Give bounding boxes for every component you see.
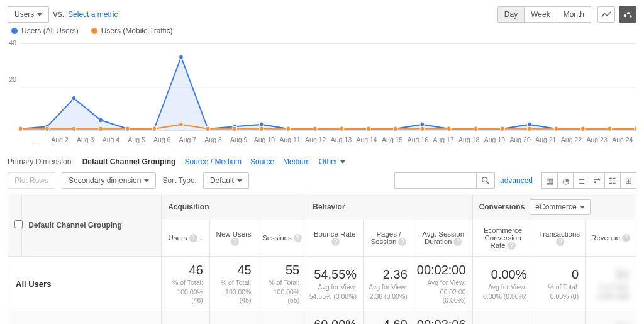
cell-new_users: 45% of Total:100.00% (45) <box>209 257 258 311</box>
col-revenue[interactable]: Revenue? <box>586 220 636 257</box>
conversions-selector[interactable]: eCommerce <box>530 199 590 215</box>
period-toggle: Day Week Month <box>497 6 591 23</box>
svg-point-47 <box>474 126 478 131</box>
select-metric-link[interactable]: Select a metric <box>68 10 118 19</box>
chart-svg <box>8 36 636 134</box>
view-cloud-icon[interactable]: ☷ <box>604 172 621 189</box>
help-icon[interactable]: ? <box>189 234 197 242</box>
svg-point-2 <box>630 15 632 18</box>
period-day[interactable]: Day <box>497 6 525 23</box>
chevron-down-icon <box>144 179 149 182</box>
help-icon[interactable]: ? <box>622 234 630 242</box>
col-ecr[interactable]: Ecommerce Conversion Rate? <box>472 220 533 257</box>
select-all-checkbox[interactable] <box>14 220 23 228</box>
svg-point-49 <box>527 126 531 131</box>
dimension-column-header[interactable]: Default Channel Grouping <box>22 194 162 257</box>
help-icon[interactable]: ? <box>231 238 239 246</box>
cell-sessions: 55% of Total:100.00% (55) <box>258 257 306 311</box>
view-bars-icon[interactable]: ≣ <box>573 172 589 189</box>
cell-pps: 2.36Avg for View:2.36 (0.00%) <box>364 257 414 311</box>
chevron-down-icon <box>580 206 585 209</box>
plot-rows-button: Plot Rows <box>8 172 55 189</box>
svg-point-53 <box>635 126 636 131</box>
help-icon[interactable]: ? <box>453 238 462 246</box>
help-icon[interactable]: ? <box>398 238 406 246</box>
dimension-link-medium[interactable]: Medium <box>283 157 310 166</box>
svg-line-55 <box>487 182 489 184</box>
svg-point-42 <box>340 126 344 131</box>
period-week[interactable]: Week <box>524 6 557 23</box>
view-pivot-icon[interactable]: ⊞ <box>620 172 636 189</box>
view-mode-group: ▦ ◔ ≣ ⇄ ☷ ⊞ <box>541 172 636 189</box>
row-name: All Users <box>8 257 162 311</box>
table-row: Mobile Traffic4% of Total:8.70% (46)4% o… <box>8 311 636 324</box>
view-comparison-icon[interactable]: ⇄ <box>589 172 605 189</box>
conversions-selector-label: eCommerce <box>535 203 576 211</box>
cell-users: 4% of Total:8.70% (46) <box>162 311 210 324</box>
period-month[interactable]: Month <box>557 6 591 23</box>
secondary-dimension-label: Secondary dimension <box>69 176 141 185</box>
x-tick: Aug 12 <box>303 136 328 143</box>
group-behavior: Behavior <box>306 194 472 220</box>
svg-point-39 <box>259 126 264 131</box>
metric-selector[interactable]: Users <box>8 6 49 23</box>
x-tick: Aug 16 <box>405 136 431 143</box>
group-conversions: Conversions eCommerce <box>472 194 636 220</box>
svg-point-41 <box>313 126 318 131</box>
y-tick-40: 40 <box>9 39 16 47</box>
x-tick: … <box>21 136 47 143</box>
x-tick: Aug 23 <box>584 136 610 143</box>
secondary-dimension-selector[interactable]: Secondary dimension <box>62 172 156 189</box>
help-icon[interactable]: ? <box>508 242 516 250</box>
legend-label-1: Users (All Users) <box>21 26 79 35</box>
col-sessions[interactable]: Sessions? <box>258 220 306 257</box>
dimension-link-other[interactable]: Other <box>319 157 345 166</box>
search-button[interactable] <box>476 172 495 189</box>
legend-label-2: Users (Mobile Traffic) <box>101 26 173 35</box>
primary-dimension-label: Primary Dimension: <box>8 157 74 166</box>
svg-point-40 <box>286 126 291 131</box>
legend-item-mobile: Users (Mobile Traffic) <box>91 26 173 35</box>
chart-x-axis: …Aug 2Aug 3Aug 4Aug 5Aug 6Aug 7Aug 8Aug … <box>8 134 636 143</box>
sort-desc-icon: ↓ <box>199 234 203 242</box>
x-tick: Aug 5 <box>124 136 150 143</box>
x-tick: Aug 2 <box>47 136 73 143</box>
help-icon[interactable]: ? <box>556 238 564 246</box>
col-avg-duration[interactable]: Avg. Session Duration? <box>414 220 472 257</box>
svg-point-8 <box>72 96 76 101</box>
sort-type-label: Sort Type: <box>162 176 196 185</box>
cell-pps: 4.60Avg for View:2.36 (94.62%) <box>364 311 414 324</box>
motion-chart-icon[interactable] <box>619 6 636 23</box>
cell-duration: 00:02:00Avg for View:00:02:00 (0.00%) <box>414 257 472 311</box>
sparkline-icon <box>601 11 611 18</box>
svg-point-9 <box>99 118 103 123</box>
advanced-link[interactable]: advanced <box>500 176 533 185</box>
col-bounce-rate[interactable]: Bounce Rate? <box>306 220 364 257</box>
col-pages-session[interactable]: Pages / Session? <box>364 220 414 257</box>
view-table-icon[interactable]: ▦ <box>541 172 558 189</box>
svg-point-46 <box>447 126 452 131</box>
svg-point-0 <box>624 14 627 18</box>
x-tick: Aug 15 <box>379 136 405 143</box>
svg-point-48 <box>501 126 505 131</box>
help-icon[interactable]: ? <box>294 234 302 242</box>
bubbles-icon <box>623 11 633 18</box>
dimension-link-source[interactable]: Source <box>250 157 274 166</box>
help-icon[interactable]: ? <box>331 238 340 246</box>
search-input[interactable] <box>394 172 476 189</box>
sort-type-selector[interactable]: Default <box>203 172 249 189</box>
view-pie-icon[interactable]: ◔ <box>557 172 574 189</box>
line-chart-icon[interactable] <box>597 6 615 23</box>
col-transactions[interactable]: Transactions? <box>533 220 586 257</box>
legend-item-all-users: Users (All Users) <box>11 26 79 35</box>
cell-bounce: 60.00%Avg for View:54.55% (10.00%) <box>306 311 364 324</box>
cell-revenue: $0% of Total:0.00% ($0) <box>586 311 636 324</box>
col-users[interactable]: Users? ↓ <box>162 220 210 257</box>
x-tick: Aug 14 <box>354 136 380 143</box>
dimension-link-source-medium[interactable]: Source / Medium <box>184 157 242 166</box>
x-tick: Aug 24 <box>609 136 635 143</box>
col-new-users[interactable]: New Users? <box>209 220 258 257</box>
col-sessions-label: Sessions <box>262 234 292 242</box>
x-tick: Aug 9 <box>226 136 252 143</box>
chevron-down-icon <box>340 160 345 164</box>
